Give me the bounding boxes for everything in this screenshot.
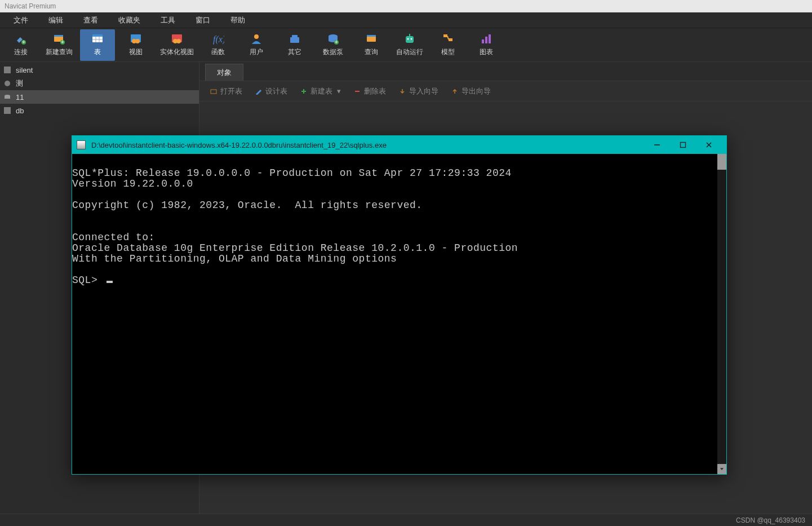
minus-icon bbox=[353, 87, 361, 95]
database-icon bbox=[3, 93, 11, 101]
app-title: Navicat Premium bbox=[5, 2, 56, 10]
ribbon-label: 其它 bbox=[288, 47, 301, 57]
ribbon-function[interactable]: f(x) 函数 bbox=[201, 29, 236, 61]
svg-rect-25 bbox=[367, 35, 376, 37]
terminal-line: SQL*Plus: Release 19.0.0.0.0 - Productio… bbox=[72, 167, 512, 179]
chart-icon bbox=[480, 33, 492, 45]
menu-edit[interactable]: 编辑 bbox=[38, 13, 73, 28]
svg-rect-26 bbox=[406, 36, 414, 43]
sidebar-item-silent[interactable]: silent bbox=[0, 63, 199, 77]
sidebar-item-db[interactable]: db bbox=[0, 104, 199, 117]
toolbar-label: 打开表 bbox=[220, 86, 242, 96]
ribbon-label: 函数 bbox=[211, 47, 225, 57]
ribbon-model[interactable]: 模型 bbox=[431, 29, 465, 61]
terminal-line: With the Partitioning, OLAP and Data Min… bbox=[72, 253, 397, 264]
terminal-cursor bbox=[107, 281, 113, 283]
ribbon-label: 模型 bbox=[441, 47, 455, 57]
menu-tools[interactable]: 工具 bbox=[150, 13, 185, 28]
menu-fav[interactable]: 收藏夹 bbox=[108, 13, 150, 28]
new-table-button[interactable]: 新建表 ▾ bbox=[295, 84, 345, 99]
ribbon-user[interactable]: 用户 bbox=[239, 29, 274, 61]
sidebar-item-11[interactable]: 11 bbox=[0, 90, 199, 104]
tab-label: 对象 bbox=[217, 68, 232, 78]
toolbar-label: 删除表 bbox=[364, 86, 386, 96]
ribbon-label: 新建查询 bbox=[46, 47, 73, 57]
user-icon bbox=[250, 33, 263, 45]
matview-icon bbox=[171, 33, 183, 45]
maximize-button[interactable] bbox=[670, 136, 696, 154]
svg-text:+: + bbox=[22, 39, 25, 45]
svg-rect-31 bbox=[449, 38, 452, 41]
ribbon-query[interactable]: 查询 bbox=[354, 29, 389, 61]
scrollbar-down-icon[interactable] bbox=[717, 464, 726, 474]
import-wizard-button[interactable]: 导入向导 bbox=[394, 84, 443, 99]
svg-rect-3 bbox=[54, 35, 63, 37]
ribbon-new-query[interactable]: + 新建查询 bbox=[42, 29, 77, 61]
svg-rect-33 bbox=[482, 39, 484, 43]
ribbon-datapump[interactable]: + 数据泵 bbox=[316, 29, 350, 61]
plus-icon bbox=[300, 87, 308, 95]
minimize-button[interactable] bbox=[644, 136, 670, 154]
database-icon bbox=[3, 79, 11, 87]
svg-point-16 bbox=[176, 39, 181, 43]
ribbon-label: 表 bbox=[94, 47, 101, 57]
database-icon bbox=[3, 66, 11, 74]
toolbar-label: 新建表 bbox=[310, 86, 332, 96]
design-table-button[interactable]: 设计表 bbox=[250, 84, 292, 99]
terminal-window: D:\devtool\instantclient-basic-windows.x… bbox=[72, 135, 727, 475]
ribbon: + 连接 + 新建查询 表 视图 实体化视图 f(x) 函数 bbox=[0, 28, 812, 62]
sidebar-item-ce[interactable]: 测 bbox=[0, 77, 199, 90]
svg-rect-46 bbox=[681, 143, 686, 148]
terminal-scrollbar[interactable] bbox=[717, 154, 726, 474]
ribbon-table[interactable]: 表 bbox=[80, 29, 115, 61]
ribbon-label: 自动运行 bbox=[396, 47, 423, 57]
ribbon-autorun[interactable]: 自动运行 bbox=[392, 29, 427, 61]
ribbon-chart[interactable]: 图表 bbox=[469, 29, 504, 61]
svg-point-27 bbox=[407, 38, 409, 40]
svg-rect-39 bbox=[5, 96, 10, 99]
svg-rect-20 bbox=[292, 35, 298, 38]
ribbon-label: 连接 bbox=[14, 47, 28, 57]
svg-text:+: + bbox=[61, 39, 64, 45]
ribbon-matview[interactable]: 实体化视图 bbox=[157, 29, 197, 61]
open-icon bbox=[210, 87, 218, 95]
toolbar-label: 导入向导 bbox=[409, 86, 438, 96]
datapump-icon: + bbox=[327, 33, 339, 45]
import-icon bbox=[398, 87, 406, 95]
menu-view[interactable]: 查看 bbox=[73, 13, 108, 28]
ribbon-label: 数据泵 bbox=[323, 47, 343, 57]
database-icon bbox=[3, 107, 11, 114]
terminal-line: Connected to: bbox=[72, 232, 155, 243]
sidebar-item-label: 测 bbox=[16, 78, 23, 89]
ribbon-view[interactable]: 视图 bbox=[118, 29, 153, 61]
pencil-icon bbox=[255, 87, 263, 95]
close-button[interactable] bbox=[696, 136, 722, 154]
export-wizard-button[interactable]: 导出向导 bbox=[446, 84, 495, 99]
ribbon-label: 图表 bbox=[480, 47, 493, 57]
menu-file[interactable]: 文件 bbox=[3, 13, 38, 28]
query-icon bbox=[365, 33, 378, 45]
toolbar-label: 导出向导 bbox=[462, 86, 491, 96]
tab-objects[interactable]: 对象 bbox=[205, 64, 243, 81]
svg-rect-40 bbox=[4, 107, 11, 114]
delete-table-button[interactable]: 删除表 bbox=[349, 84, 391, 99]
tab-bar: 对象 bbox=[199, 62, 812, 81]
footer: CSDN @qq_46393403 bbox=[0, 514, 812, 526]
other-icon bbox=[289, 33, 301, 45]
new-query-icon: + bbox=[53, 33, 65, 45]
scrollbar-thumb[interactable] bbox=[717, 154, 726, 170]
object-toolbar: 打开表 设计表 新建表 ▾ 删除表 导入向导 导出向导 bbox=[199, 81, 812, 101]
svg-rect-35 bbox=[489, 34, 491, 43]
open-table-button[interactable]: 打开表 bbox=[205, 84, 247, 99]
menu-help[interactable]: 帮助 bbox=[220, 13, 255, 28]
svg-text:f(x): f(x) bbox=[213, 34, 224, 45]
terminal-line: Version 19.22.0.0.0 bbox=[72, 178, 193, 189]
ribbon-other[interactable]: 其它 bbox=[277, 29, 312, 61]
menu-window[interactable]: 窗口 bbox=[185, 13, 220, 28]
terminal-titlebar[interactable]: D:\devtool\instantclient-basic-windows.x… bbox=[72, 136, 726, 154]
ribbon-connect[interactable]: + 连接 bbox=[3, 29, 38, 61]
svg-rect-34 bbox=[485, 37, 487, 43]
svg-point-13 bbox=[135, 39, 140, 43]
terminal-body[interactable]: SQL*Plus: Release 19.0.0.0.0 - Productio… bbox=[72, 154, 726, 474]
svg-text:+: + bbox=[335, 39, 338, 45]
